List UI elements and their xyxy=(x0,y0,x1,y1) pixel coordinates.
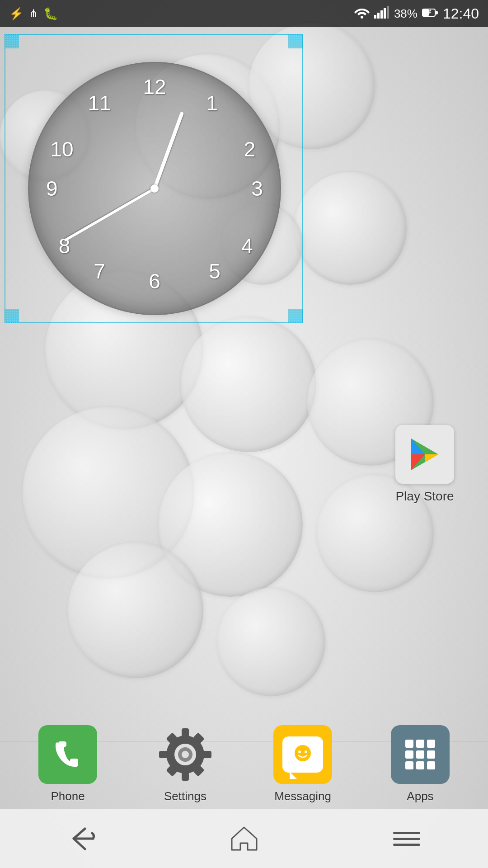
debug-icon: 🐛 xyxy=(43,7,58,21)
widget-corner-bl xyxy=(5,309,19,323)
clock-4: 4 xyxy=(241,234,253,258)
settings-icon-bg xyxy=(156,725,215,784)
menu-lines-icon xyxy=(393,832,420,846)
clock-1: 1 xyxy=(206,91,218,115)
widget-corner-br xyxy=(288,309,303,323)
clock-12: 12 xyxy=(143,75,166,99)
nav-home-button[interactable] xyxy=(221,825,267,852)
svg-rect-8 xyxy=(435,11,437,14)
svg-rect-4 xyxy=(384,8,386,19)
clock-widget[interactable]: 12 1 2 3 4 5 6 7 8 9 10 11 xyxy=(5,34,303,323)
clock-3: 3 xyxy=(251,176,263,201)
svg-rect-1 xyxy=(374,15,376,19)
smiley-icon xyxy=(291,744,315,764)
svg-point-27 xyxy=(295,745,311,761)
home-icon xyxy=(230,825,259,852)
nav-menu-button[interactable] xyxy=(384,825,429,852)
minute-hand xyxy=(64,187,155,241)
clock-6: 6 xyxy=(149,269,160,293)
clock-container: 12 1 2 3 4 5 6 7 8 9 10 11 xyxy=(28,62,281,315)
play-store-icon[interactable]: Play Store xyxy=(389,425,461,504)
dock-item-messaging[interactable]: Messaging xyxy=(258,725,348,803)
dock-messaging-label: Messaging xyxy=(274,789,331,803)
svg-rect-3 xyxy=(380,10,383,19)
messaging-bubble-icon xyxy=(282,736,323,773)
settings-gear-icon xyxy=(158,727,212,782)
clock-center xyxy=(150,184,159,193)
svg-rect-5 xyxy=(387,6,389,19)
clock-face: 12 1 2 3 4 5 6 7 8 9 10 11 xyxy=(28,62,281,315)
battery-percent: 38% xyxy=(394,7,418,21)
clock-5: 5 xyxy=(209,259,221,283)
apps-grid-icon xyxy=(398,732,442,777)
clock-7: 7 xyxy=(94,259,105,283)
widget-corner-tl xyxy=(5,34,19,48)
usb2-icon: ⋔ xyxy=(29,7,38,20)
clock-9: 9 xyxy=(46,176,58,201)
status-right: 38% 12:40 xyxy=(354,5,479,22)
dock-phone-label: Phone xyxy=(51,789,84,803)
play-store-logo xyxy=(407,436,443,472)
signal-icon xyxy=(374,6,389,22)
dock-item-phone[interactable]: Phone xyxy=(23,725,113,803)
dock: Phone xyxy=(0,719,488,809)
status-left-icons: ⚡ ⋔ 🐛 xyxy=(9,7,58,21)
svg-point-26 xyxy=(182,751,189,758)
hour-hand xyxy=(153,111,184,189)
svg-point-29 xyxy=(305,750,307,753)
widget-corner-tr xyxy=(288,34,303,48)
dock-apps-label: Apps xyxy=(407,789,433,803)
apps-icon-bg xyxy=(391,725,450,784)
status-bar: ⚡ ⋔ 🐛 38% xyxy=(0,0,488,27)
back-arrow-icon xyxy=(67,826,96,851)
play-store-icon-bg xyxy=(395,425,454,484)
battery-icon xyxy=(422,7,438,21)
messaging-icon-bg xyxy=(273,725,332,784)
svg-rect-2 xyxy=(377,13,380,19)
dock-settings-label: Settings xyxy=(164,789,206,803)
svg-point-28 xyxy=(298,750,301,753)
clock-11: 11 xyxy=(88,91,111,115)
clock-10: 10 xyxy=(50,137,73,161)
usb-icon: ⚡ xyxy=(9,7,23,21)
clock-2: 2 xyxy=(244,137,256,161)
dock-item-settings[interactable]: Settings xyxy=(140,725,230,803)
status-time: 12:40 xyxy=(443,5,479,22)
play-store-label: Play Store xyxy=(395,489,454,503)
nav-bar xyxy=(0,809,488,868)
nav-back-button[interactable] xyxy=(59,825,104,852)
phone-icon-bg xyxy=(38,725,97,784)
svg-point-0 xyxy=(361,16,363,19)
phone-icon xyxy=(52,739,84,770)
dock-item-apps[interactable]: Apps xyxy=(375,725,465,803)
wifi-icon xyxy=(354,6,370,22)
svg-rect-7 xyxy=(423,9,428,16)
